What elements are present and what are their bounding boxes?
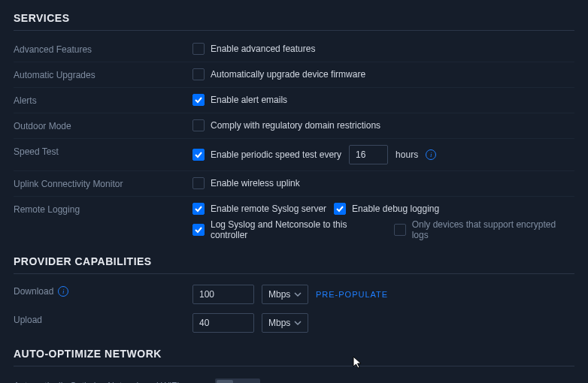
services-header: SERVICES [14,8,574,31]
row-uplink: Uplink Connectivity Monitor Enable wirel… [14,171,574,197]
checkbox-remote-syslog[interactable] [192,203,205,215]
label-outdoor-mode: Outdoor Mode [14,119,192,131]
checkbox-label-log-netconsole: Log Syslog and Netconsole to this contro… [211,219,386,240]
checkbox-label-debug-logging: Enable debug logging [352,204,439,214]
row-alerts: Alerts Enable alert emails [14,88,574,113]
row-download: Download i Mbps PRE-POPULATE [14,280,574,309]
row-advanced-features: Advanced Features Enable advanced featur… [14,37,574,62]
select-download-unit[interactable]: Mbps [262,285,308,304]
checkbox-label-automatic-upgrades: Automatically upgrade device firmware [211,69,365,80]
checkbox-uplink[interactable] [192,177,205,189]
checkbox-label-alerts: Enable alert emails [211,95,287,105]
checkbox-debug-logging[interactable] [334,203,346,215]
row-remote-logging: Remote Logging Enable remote Syslog serv… [14,197,574,251]
auto-optimize-header: AUTO-OPTIMIZE NETWORK [14,343,574,366]
input-speed-test-hours[interactable] [349,145,388,164]
toggle-knob [217,380,233,383]
row-upload: Upload Mbps [14,309,574,343]
checkbox-label-speed-test: Enable periodic speed test every [211,149,341,160]
select-upload-unit[interactable]: Mbps [262,313,308,333]
label-remote-logging: Remote Logging [14,203,192,215]
checkbox-encrypted-only[interactable] [394,224,406,236]
checkbox-outdoor-mode[interactable] [192,119,205,131]
label-automatic-upgrades: Automatic Upgrades [14,68,192,80]
input-download[interactable] [192,285,254,304]
row-outdoor-mode: Outdoor Mode Comply with regulatory doma… [14,113,574,139]
checkbox-label-encrypted-only: Only devices that support encrypted logs [412,219,574,240]
label-upload: Upload [14,313,192,325]
label-download: Download i [14,285,192,297]
checkbox-label-uplink: Enable wireless uplink [211,178,300,188]
label-auto-optimize: Automatically Optimize Network and WiFi … [14,378,215,383]
chevron-down-icon [294,319,302,327]
row-auto-optimize: Automatically Optimize Network and WiFi … [14,372,574,383]
info-icon[interactable]: i [426,149,436,160]
label-advanced-features: Advanced Features [14,43,192,55]
provider-header: PROVIDER CAPABILITIES [14,251,574,274]
checkbox-log-netconsole[interactable] [192,224,205,236]
select-download-unit-value: Mbps [268,289,290,300]
checkbox-advanced-features[interactable] [192,43,205,55]
label-alerts: Alerts [14,94,192,106]
label-uplink: Uplink Connectivity Monitor [14,177,192,189]
prepopulate-link[interactable]: PRE-POPULATE [316,290,388,299]
toggle-auto-optimize[interactable]: OFF [215,378,260,383]
checkbox-label-outdoor-mode: Comply with regulatory domain restrictio… [211,120,380,131]
unit-speed-test: hours [396,149,418,160]
row-automatic-upgrades: Automatic Upgrades Automatically upgrade… [14,62,574,88]
checkbox-label-advanced-features: Enable advanced features [211,44,315,54]
checkbox-alerts[interactable] [192,94,205,106]
info-icon[interactable]: i [58,286,68,297]
select-upload-unit-value: Mbps [268,318,290,328]
input-upload[interactable] [192,313,254,333]
row-speed-test: Speed Test Enable periodic speed test ev… [14,139,574,171]
checkbox-label-remote-syslog: Enable remote Syslog server [211,204,326,214]
label-speed-test: Speed Test [14,145,192,157]
checkbox-automatic-upgrades[interactable] [192,68,205,80]
label-download-text: Download [14,286,53,297]
chevron-down-icon [294,291,302,298]
checkbox-speed-test[interactable] [192,149,205,161]
